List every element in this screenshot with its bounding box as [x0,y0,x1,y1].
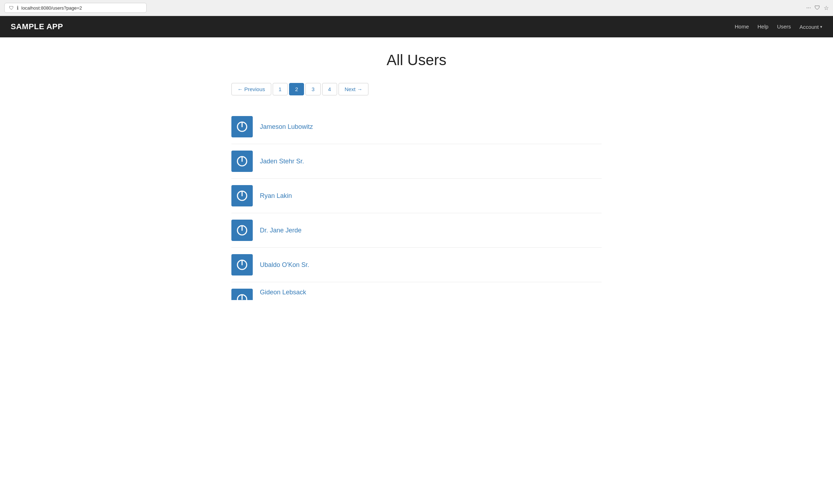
page-4-button[interactable]: 4 [322,83,337,95]
avatar [231,289,253,300]
avatar [231,116,253,137]
page-title: All Users [231,52,602,69]
navbar: SAMPLE APP Home Help Users Account ▾ [0,16,833,37]
list-item: Jameson Lubowitz [231,110,602,144]
power-icon [236,190,248,202]
list-item: Ubaldo O'Kon Sr. [231,248,602,282]
info-icon: ℹ [17,5,19,11]
list-item: Dr. Jane Jerde [231,213,602,248]
previous-button[interactable]: ← Previous [231,83,271,95]
nav-users[interactable]: Users [777,23,791,30]
browser-chrome: 🛡 ℹ localhost:8080/users?page=2 ··· 🛡 ☆ [0,0,833,16]
list-item: Gideon Lebsack [231,282,602,300]
chevron-down-icon: ▾ [820,25,822,29]
browser-toolbar: ··· 🛡 ☆ [806,5,829,11]
avatar [231,185,253,206]
navbar-brand[interactable]: SAMPLE APP [11,22,63,31]
navbar-nav: Home Help Users Account ▾ [735,23,822,30]
more-options-icon[interactable]: ··· [806,5,811,11]
page-2-button[interactable]: 2 [289,83,304,95]
user-name-link[interactable]: Ryan Lakin [260,192,292,200]
user-list: Jameson Lubowitz Jaden Stehr Sr. Ryan La… [231,110,602,300]
user-name-link[interactable]: Dr. Jane Jerde [260,227,302,234]
main-content: All Users ← Previous 1 2 3 4 Next → Jame… [221,37,612,314]
user-name-link[interactable]: Jaden Stehr Sr. [260,158,304,165]
list-item: Ryan Lakin [231,179,602,213]
power-icon [236,155,248,167]
bookmark-icon[interactable]: ☆ [824,5,829,11]
power-icon [236,259,248,271]
list-item: Jaden Stehr Sr. [231,144,602,179]
shield-icon: 🛡 [9,5,14,11]
page-1-button[interactable]: 1 [273,83,288,95]
pocket-icon[interactable]: 🛡 [814,5,820,11]
avatar [231,151,253,172]
pagination: ← Previous 1 2 3 4 Next → [231,83,602,95]
nav-help[interactable]: Help [758,23,769,30]
power-icon [236,293,248,300]
address-bar[interactable]: 🛡 ℹ localhost:8080/users?page=2 [4,3,147,13]
user-name-link[interactable]: Gideon Lebsack [260,289,306,296]
user-name-link[interactable]: Jameson Lubowitz [260,123,313,131]
page-3-button[interactable]: 3 [305,83,320,95]
account-label: Account [800,24,819,30]
nav-account[interactable]: Account ▾ [800,24,822,30]
nav-home[interactable]: Home [735,23,749,30]
avatar [231,254,253,275]
user-name-link[interactable]: Ubaldo O'Kon Sr. [260,261,309,269]
avatar [231,220,253,241]
power-icon [236,224,248,236]
url-text: localhost:8080/users?page=2 [21,5,142,11]
next-button[interactable]: Next → [339,83,368,95]
power-icon [236,121,248,133]
